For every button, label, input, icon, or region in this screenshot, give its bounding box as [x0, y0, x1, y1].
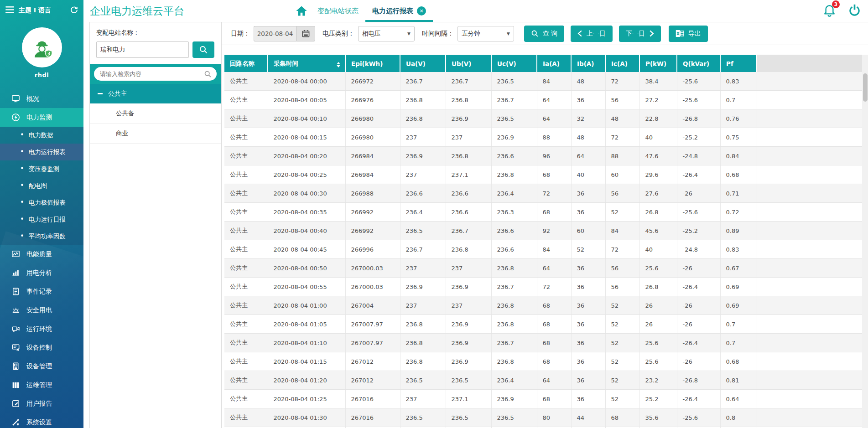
table-cell: 236.8	[400, 352, 446, 371]
scrollbar-thumb[interactable]	[863, 73, 868, 102]
sort-icon[interactable]	[337, 62, 340, 67]
table-cell: 236.7	[400, 240, 446, 259]
column-header[interactable]: Epi(kWh)	[345, 55, 400, 72]
prev-day-button[interactable]: 上一日	[571, 26, 613, 42]
row-filler	[757, 240, 862, 259]
table-row[interactable]: 公共主2020-08-04 01:15267012236.8236.9236.8…	[224, 352, 862, 371]
table-row[interactable]: 公共主2020-08-04 01:30267016236.5236.5236.5…	[224, 408, 862, 427]
sidebar-subitem[interactable]: •平均功率因数	[0, 228, 83, 245]
table-row[interactable]: 公共主2020-08-04 01:05267007.97236.8236.923…	[224, 315, 862, 334]
table-row[interactable]: 公共主2020-08-04 00:15266980237237236.98848…	[224, 128, 862, 147]
power-button[interactable]	[848, 4, 861, 19]
theme-language-label[interactable]: 主题 I 语言	[19, 6, 51, 15]
table-row[interactable]: 公共主2020-08-04 00:30266988236.6236.6236.4…	[224, 184, 862, 203]
table-cell: 236.5	[446, 408, 491, 427]
table-row[interactable]: 公共主2020-08-04 01:25267016237237.1236.968…	[224, 390, 862, 408]
table-cell: 236.6	[491, 147, 537, 165]
table-cell: 236.5	[400, 371, 446, 390]
sidebar-item[interactable]: 设备管理	[0, 357, 83, 376]
tree-node-root[interactable]: 公共主	[90, 84, 221, 103]
sidebar-item[interactable]: 用户报告	[0, 394, 83, 413]
table-cell: -25.2	[677, 222, 720, 240]
table-row[interactable]: 公共主2020-08-04 00:40266992236.5236.7236.6…	[224, 222, 862, 240]
sidebar-subitem[interactable]: •电力数据	[0, 127, 83, 144]
export-button[interactable]: 导出	[669, 26, 708, 42]
home-icon[interactable]	[296, 5, 307, 18]
table-row[interactable]: 公共主2020-08-04 00:10266980236.8236.9236.5…	[224, 109, 862, 128]
column-header[interactable]: 回路名称	[224, 55, 268, 72]
column-header[interactable]: Ub(V)	[446, 55, 491, 72]
collapse-icon[interactable]	[98, 93, 103, 94]
table-cell: 237	[400, 296, 446, 315]
table-cell: 36	[571, 334, 605, 352]
menu-icon[interactable]	[5, 6, 14, 15]
interval-select[interactable]: 五分钟 ▼	[457, 26, 514, 41]
notifications-button[interactable]: 3	[823, 4, 836, 19]
tab-substation-status[interactable]: 变配电站状态	[311, 0, 365, 22]
table-row[interactable]: 公共主2020-08-04 01:20267012236.5236.5236.4…	[224, 371, 862, 390]
table-row[interactable]: 公共主2020-08-04 01:00267004237237236.86836…	[224, 296, 862, 315]
voltage-type-select[interactable]: 相电压 ▼	[358, 26, 415, 41]
table-cell: 237	[400, 259, 446, 278]
table-row[interactable]: 公共主2020-08-04 00:00266972236.7236.7236.5…	[224, 72, 862, 91]
column-header[interactable]: Uc(V)	[491, 55, 537, 72]
row-filler	[757, 222, 862, 240]
sidebar-item[interactable]: 电力监测	[0, 108, 83, 127]
table-cell: -26	[677, 296, 720, 315]
column-header[interactable]: Q(kVar)	[677, 55, 720, 72]
table-cell: 236.8	[400, 334, 446, 352]
sidebar-subitem[interactable]: •电力运行报表	[0, 144, 83, 160]
sidebar-item[interactable]: 安全用电	[0, 301, 83, 320]
tree-search-input[interactable]	[99, 70, 204, 78]
table-row[interactable]: 公共主2020-08-04 00:50267000.03237237236.86…	[224, 259, 862, 278]
table-row[interactable]: 公共主2020-08-04 01:10267007.97236.8236.923…	[224, 334, 862, 352]
table-cell: 72	[605, 128, 639, 147]
next-day-button[interactable]: 下一日	[619, 26, 661, 42]
table-row[interactable]: 公共主2020-08-04 00:05266976236.8236.8236.7…	[224, 91, 862, 109]
table-cell: 236.9	[491, 390, 537, 408]
station-search-button[interactable]	[192, 41, 214, 58]
vertical-scrollbar[interactable]	[862, 55, 868, 428]
sidebar-subitem[interactable]: •变压器监测	[0, 160, 83, 177]
station-name-input[interactable]	[96, 41, 189, 58]
table-cell: 2020-08-04 01:05	[268, 315, 345, 334]
refresh-icon[interactable]	[70, 6, 78, 15]
column-header[interactable]: Pf	[720, 55, 757, 72]
column-header[interactable]: P(kW)	[639, 55, 677, 72]
sidebar-item[interactable]: 概况	[0, 89, 83, 108]
column-header[interactable]: 采集时间	[268, 55, 345, 72]
tree-node[interactable]: 商业	[90, 124, 221, 144]
sidebar-item[interactable]: 系统设置	[0, 413, 83, 428]
date-input[interactable]: 2020-08-04	[254, 26, 296, 41]
sidebar-item[interactable]: 用电分析	[0, 263, 83, 282]
sidebar-item[interactable]: 设备控制	[0, 338, 83, 357]
column-header[interactable]: Ia(A)	[537, 55, 571, 72]
tree-node[interactable]: 公共备	[90, 103, 221, 124]
avatar[interactable]	[22, 27, 62, 67]
query-button[interactable]: 查 询	[524, 26, 564, 42]
table-row[interactable]: 公共主2020-08-04 00:45266996236.7236.8236.6…	[224, 240, 862, 259]
table-row[interactable]: 公共主2020-08-04 00:35266992236.4236.6236.3…	[224, 203, 862, 222]
calendar-button[interactable]	[296, 26, 315, 41]
sidebar-subitem[interactable]: •配电图	[0, 177, 83, 194]
table-row[interactable]: 公共主2020-08-04 00:25266984237237.1236.868…	[224, 165, 862, 184]
sidebar-item[interactable]: 运行环境	[0, 320, 83, 338]
sidebar-subitem[interactable]: •电力运行日报	[0, 211, 83, 228]
table-row[interactable]: 公共主2020-08-04 00:20266984236.9236.8236.6…	[224, 147, 862, 165]
column-header[interactable]: Ua(V)	[400, 55, 446, 72]
column-header[interactable]: Ic(A)	[605, 55, 639, 72]
tab-power-report[interactable]: 电力运行报表 ✕	[365, 0, 433, 22]
operating-environment-icon	[11, 325, 20, 333]
table-cell: 40	[639, 128, 677, 147]
table-row[interactable]: 公共主2020-08-04 00:55267000.03236.9236.923…	[224, 278, 862, 296]
table-cell: -25.6	[677, 203, 720, 222]
row-filler	[757, 128, 862, 147]
tab-close-icon[interactable]: ✕	[417, 6, 426, 15]
sidebar-item[interactable]: 运维管理	[0, 376, 83, 394]
column-header[interactable]: Ib(A)	[571, 55, 605, 72]
sidebar-subitem[interactable]: •电力极值报表	[0, 194, 83, 211]
sidebar-item[interactable]: 事件记录	[0, 282, 83, 301]
sidebar-item[interactable]: 电能质量	[0, 245, 83, 263]
power-icon	[848, 4, 861, 17]
row-filler	[757, 165, 862, 184]
